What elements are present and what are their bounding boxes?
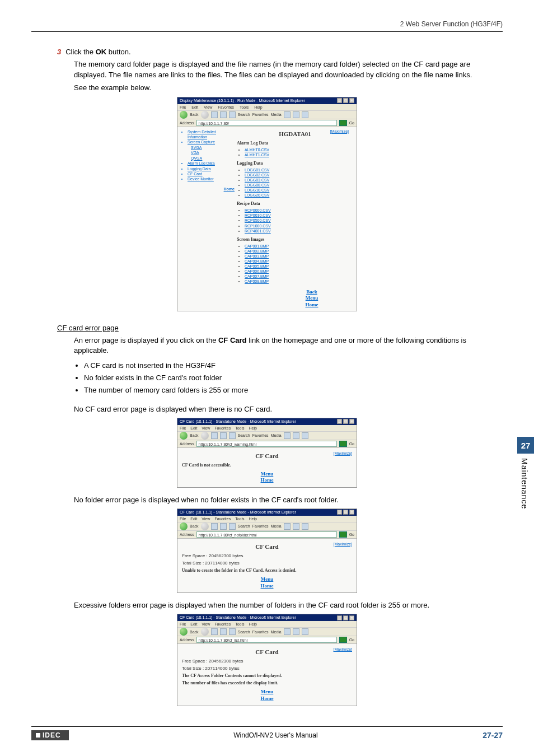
menu-file[interactable]: File (180, 622, 186, 626)
menu-tools[interactable]: Tools (235, 426, 244, 430)
maximize-link[interactable]: [Maximize] (330, 129, 349, 133)
history-icon[interactable] (284, 628, 291, 635)
maximize-link[interactable]: [Maximize] (334, 647, 352, 651)
address-input[interactable]: http://10.1.1.7:80/cf_list.html (196, 637, 337, 643)
link-back[interactable]: Back (270, 289, 353, 296)
favorites-label[interactable]: Favorites (252, 113, 269, 116)
back-icon[interactable] (180, 522, 188, 530)
refresh-icon[interactable] (220, 523, 227, 530)
home-icon[interactable] (229, 628, 236, 635)
menu-help[interactable]: Help (249, 622, 257, 626)
minimize-icon[interactable]: _ (337, 98, 342, 103)
file-link[interactable]: CAP007.BMP (245, 274, 269, 278)
file-link[interactable]: RCP0500.CSV (245, 218, 271, 222)
menu-favorites[interactable]: Favorites (214, 426, 231, 430)
home-icon[interactable] (229, 111, 236, 118)
minimize-icon[interactable]: _ (337, 510, 342, 515)
maximize-link[interactable]: [Maximize] (334, 451, 352, 455)
history-icon[interactable] (284, 432, 291, 439)
menu-help[interactable]: Help (254, 105, 262, 109)
favorites-label[interactable]: Favorites (252, 524, 269, 528)
menu-view[interactable]: View (202, 622, 210, 626)
stop-icon[interactable] (211, 432, 218, 439)
history-icon[interactable] (284, 523, 291, 530)
print-icon[interactable] (302, 111, 308, 118)
menu-edit[interactable]: Edit (191, 105, 198, 109)
home-icon[interactable] (229, 523, 236, 530)
close-icon[interactable]: × (349, 615, 354, 620)
link-menu[interactable]: Menu (182, 471, 352, 478)
file-link[interactable]: ALMHT1.CSV (245, 153, 269, 157)
link-home[interactable]: Home (182, 583, 352, 590)
menu-view[interactable]: View (202, 517, 210, 521)
menu-file[interactable]: File (180, 426, 186, 430)
media-label[interactable]: Media (271, 113, 282, 116)
mail-icon[interactable] (293, 523, 299, 530)
file-link[interactable]: ALMHT0.CSV (245, 148, 269, 152)
file-link[interactable]: LOGG02.CSV (245, 173, 269, 177)
file-link[interactable]: LOGG03.CSV (245, 178, 269, 182)
nav-system-info[interactable]: System Detailed Information (188, 130, 216, 139)
search-label[interactable]: Search (238, 630, 250, 634)
go-button[interactable] (339, 531, 347, 538)
file-link[interactable]: CAP003.BMP (245, 254, 269, 258)
close-icon[interactable]: × (349, 98, 354, 103)
link-home[interactable]: Home (182, 696, 352, 702)
maximize-icon[interactable]: □ (343, 510, 348, 515)
link-home[interactable]: Home (270, 302, 353, 309)
file-link[interactable]: CAP002.BMP (245, 249, 269, 253)
nav-home[interactable]: Home (224, 187, 235, 191)
go-button[interactable] (339, 637, 347, 643)
file-link[interactable]: CAP004.BMP (245, 259, 269, 263)
menu-help[interactable]: Help (249, 517, 257, 521)
media-label[interactable]: Media (271, 433, 282, 437)
menu-edit[interactable]: Edit (190, 517, 197, 521)
file-link[interactable]: CAP008.BMP (245, 279, 269, 283)
menu-edit[interactable]: Edit (190, 426, 197, 430)
maximize-link[interactable]: [Maximize] (334, 542, 352, 546)
address-input[interactable]: http://10.1.1.7:80/cf_warning.html (196, 441, 337, 447)
stop-icon[interactable] (211, 523, 218, 530)
nav-logging[interactable]: Logging Data (188, 167, 211, 171)
refresh-icon[interactable] (220, 111, 227, 118)
forward-icon[interactable] (201, 111, 209, 119)
file-link[interactable]: LOGG08.CSV (245, 183, 269, 187)
print-icon[interactable] (302, 432, 308, 439)
menu-favorites[interactable]: Favorites (218, 105, 234, 109)
media-label[interactable]: Media (271, 524, 282, 528)
nav-vga[interactable]: VGA (191, 151, 199, 155)
nav-device-monitor[interactable]: Device Monitor (188, 177, 214, 181)
menu-view[interactable]: View (202, 426, 210, 430)
file-link[interactable]: LOGG10.CSV (245, 188, 269, 192)
menu-edit[interactable]: Edit (190, 622, 197, 626)
minimize-icon[interactable]: _ (337, 615, 342, 620)
go-button[interactable] (339, 120, 347, 126)
menu-tools[interactable]: Tools (240, 105, 249, 109)
address-input[interactable]: http://10.1.1.7:80/ (196, 120, 337, 126)
file-link[interactable]: RCP0010.CSV (245, 213, 271, 217)
address-input[interactable]: http://10.1.1.7:80/cf_nofolder.html (196, 531, 337, 538)
search-label[interactable]: Search (238, 113, 250, 116)
file-link[interactable]: LOGG01.CSV (245, 168, 269, 172)
mail-icon[interactable] (293, 432, 299, 439)
stop-icon[interactable] (211, 628, 218, 635)
print-icon[interactable] (302, 628, 308, 635)
file-link[interactable]: LOGG20.CSV (245, 193, 269, 197)
file-link[interactable]: RCP4001.CSV (245, 229, 271, 233)
file-link[interactable]: RCP0000.CSV (245, 208, 271, 212)
minimize-icon[interactable]: _ (337, 419, 342, 424)
menu-view[interactable]: View (204, 105, 212, 109)
history-icon[interactable] (284, 111, 291, 118)
close-icon[interactable]: × (349, 419, 354, 424)
file-link[interactable]: CAP001.BMP (245, 244, 269, 248)
menu-tools[interactable]: Tools (235, 622, 244, 626)
maximize-icon[interactable]: □ (343, 419, 348, 424)
forward-icon[interactable] (201, 628, 209, 636)
back-icon[interactable] (180, 111, 188, 119)
link-home[interactable]: Home (182, 477, 352, 484)
forward-icon[interactable] (201, 432, 209, 440)
close-icon[interactable]: × (349, 510, 354, 515)
search-label[interactable]: Search (238, 524, 250, 528)
nav-alarm-log[interactable]: Alarm Log Data (188, 161, 215, 165)
favorites-label[interactable]: Favorites (252, 630, 269, 634)
